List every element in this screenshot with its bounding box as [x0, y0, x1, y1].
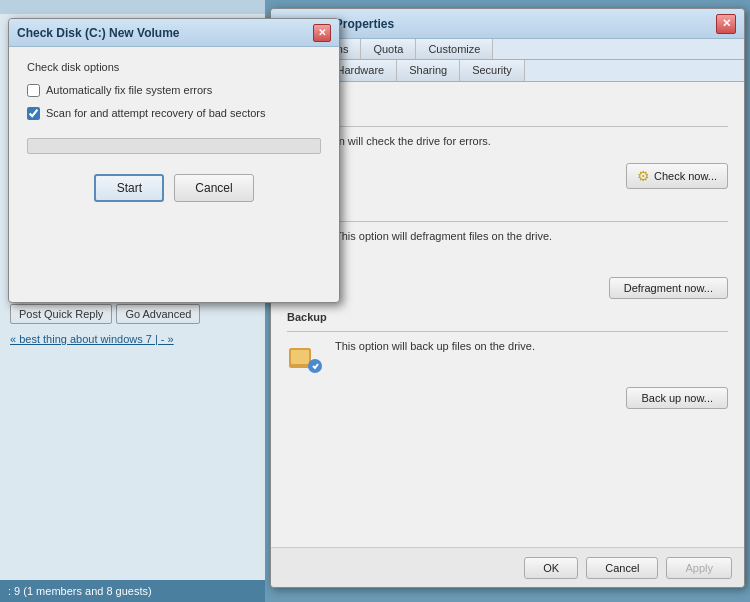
scan-recovery-checkbox[interactable] [27, 107, 40, 120]
go-advanced-button[interactable]: Go Advanced [116, 304, 200, 324]
checking-desc: This option will check the drive for err… [287, 135, 728, 147]
dialog-body: Check disk options Automatically fix fil… [9, 47, 339, 216]
auto-fix-label: Automatically fix file system errors [46, 83, 212, 98]
forum-link[interactable]: « best thing about windows 7 | - » [10, 333, 174, 345]
divider3 [287, 331, 728, 332]
apply-button[interactable]: Apply [666, 557, 732, 579]
checking-section-title: hecking [287, 106, 728, 118]
members-text: : 9 (1 members and 8 guests) [8, 585, 152, 597]
progress-bar [27, 138, 321, 154]
forum-top-bar [0, 0, 265, 14]
checking-row: This option will check the drive for err… [287, 135, 728, 155]
tab-row-1: ious Versions Quota Customize [271, 39, 744, 60]
dialog-close-button[interactable]: ✕ [313, 24, 331, 42]
backup-desc: This option will back up files on the dr… [331, 340, 728, 352]
checkbox-row-2: Scan for and attempt recovery of bad sec… [27, 106, 321, 121]
dialog-btn-row: Start Cancel [27, 174, 321, 202]
volume-titlebar: y Volume Properties ✕ [271, 9, 744, 39]
volume-footer: OK Cancel Apply [271, 547, 744, 587]
volume-close-button[interactable]: ✕ [716, 14, 736, 34]
svg-point-7 [308, 359, 322, 373]
backup-icon [287, 340, 323, 379]
divider1 [287, 126, 728, 127]
defrag-section-title: mentation [287, 201, 728, 213]
check-now-button[interactable]: ⚙ Check now... [626, 163, 728, 189]
dialog-title: Check Disk (C:) New Volume [17, 26, 313, 40]
check-disk-dialog: Check Disk (C:) New Volume ✕ Check disk … [8, 18, 340, 303]
volume-body: hecking This option will check the drive… [271, 82, 744, 570]
cancel-button[interactable]: Cancel [586, 557, 658, 579]
defrag-desc: This option will defragment files on the… [331, 230, 728, 242]
divider2 [287, 221, 728, 222]
scan-recovery-label: Scan for and attempt recovery of bad sec… [46, 106, 266, 121]
cancel-dialog-button[interactable]: Cancel [174, 174, 253, 202]
backup-section-title: Backup [287, 311, 728, 323]
tab-customize[interactable]: Customize [416, 39, 493, 59]
check-disk-section-title: Check disk options [27, 61, 321, 73]
forum-btn-row: Post Quick Reply Go Advanced [10, 304, 255, 324]
back-up-now-button[interactable]: Back up now... [626, 387, 728, 409]
check-now-label: Check now... [654, 170, 717, 182]
checkbox-row-1: Automatically fix file system errors [27, 83, 321, 98]
svg-rect-6 [291, 350, 309, 364]
tab-row-2: Tools Hardware Sharing Security [271, 60, 744, 82]
tab-security[interactable]: Security [460, 60, 525, 81]
tab-sharing[interactable]: Sharing [397, 60, 460, 81]
defragment-now-button[interactable]: Defragment now... [609, 277, 728, 299]
forum-members-bar: : 9 (1 members and 8 guests) [0, 580, 265, 602]
auto-fix-checkbox[interactable] [27, 84, 40, 97]
start-button[interactable]: Start [94, 174, 164, 202]
dialog-titlebar: Check Disk (C:) New Volume ✕ [9, 19, 339, 47]
check-icon: ⚙ [637, 168, 650, 184]
volume-properties-window: y Volume Properties ✕ ious Versions Quot… [270, 8, 745, 588]
volume-title: y Volume Properties [279, 17, 716, 31]
ok-button[interactable]: OK [524, 557, 578, 579]
post-quick-reply-button[interactable]: Post Quick Reply [10, 304, 112, 324]
tab-quota[interactable]: Quota [361, 39, 416, 59]
